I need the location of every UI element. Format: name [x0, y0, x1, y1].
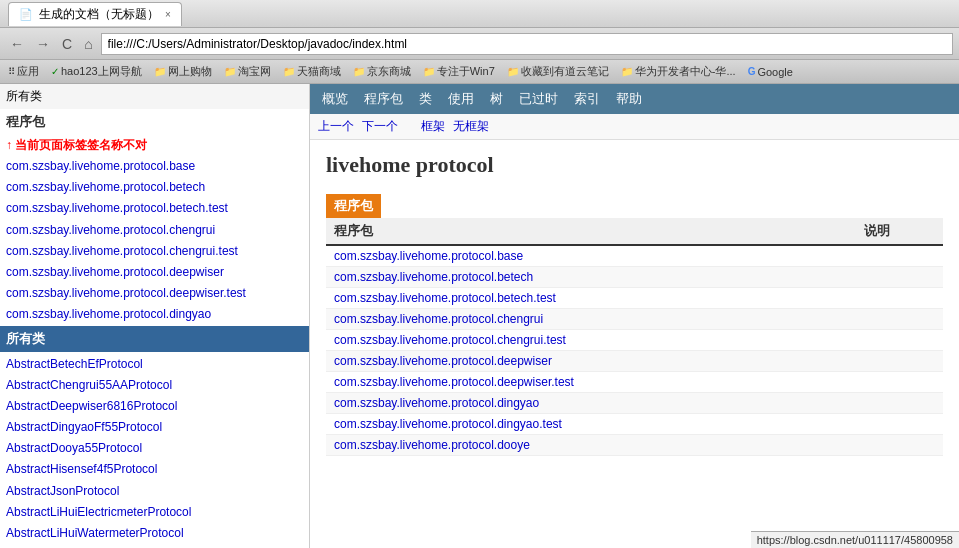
section-header-orange: 程序包 — [326, 194, 381, 218]
bookmark-tianmao[interactable]: 📁 天猫商域 — [279, 62, 345, 81]
sidebar-packages-list: com.szsbay.livehome.protocol.base com.sz… — [0, 156, 309, 326]
bookmark-google[interactable]: G Google — [744, 64, 797, 80]
package-link-3[interactable]: com.szsbay.livehome.protocol.betech.test — [334, 291, 556, 305]
nav-index[interactable]: 索引 — [570, 88, 604, 110]
sidebar-package-link-6[interactable]: com.szsbay.livehome.protocol.deepwiser — [0, 262, 309, 283]
sidebar: 所有类 程序包 ↑ 当前页面标签签名称不对 com.szsbay.livehom… — [0, 84, 310, 548]
sidebar-class-link-5[interactable]: AbstractDooya55Protocol — [0, 438, 309, 459]
sidebar-package-link-1[interactable]: com.szsbay.livehome.protocol.base — [0, 156, 309, 177]
package-link-8[interactable]: com.szsbay.livehome.protocol.dingyao — [334, 396, 539, 410]
sidebar-class-link-4[interactable]: AbstractDingyaoFf55Protocol — [0, 417, 309, 438]
package-desc-9 — [856, 414, 943, 435]
bookmark-apps[interactable]: ⠿ 应用 — [4, 62, 43, 81]
nav-use[interactable]: 使用 — [444, 88, 478, 110]
package-link-6[interactable]: com.szsbay.livehome.protocol.deepwiser — [334, 354, 552, 368]
bookmark-huawei-label: 华为开发者中心-华... — [635, 64, 736, 79]
package-desc-6 — [856, 351, 943, 372]
package-desc-1 — [856, 245, 943, 267]
bookmark-huawei[interactable]: 📁 华为开发者中心-华... — [617, 62, 740, 81]
table-row: com.szsbay.livehome.protocol.chengrui.te… — [326, 330, 943, 351]
package-link-4[interactable]: com.szsbay.livehome.protocol.chengrui — [334, 312, 543, 326]
nav-deprecated[interactable]: 已过时 — [515, 88, 562, 110]
bookmark-tianmao-label: 天猫商域 — [297, 64, 341, 79]
table-row: com.szsbay.livehome.protocol.dooye — [326, 435, 943, 456]
sidebar-class-link-6[interactable]: AbstractHisensef4f5Protocol — [0, 459, 309, 480]
sidebar-package-link-3[interactable]: com.szsbay.livehome.protocol.betech.test — [0, 198, 309, 219]
subnav-next[interactable]: 下一个 — [362, 118, 398, 135]
bookmark-youdao[interactable]: 📁 收藏到有道云笔记 — [503, 62, 613, 81]
sidebar-package-link-7[interactable]: com.szsbay.livehome.protocol.deepwiser.t… — [0, 283, 309, 304]
status-url: https://blog.csdn.net/u011117/45800958 — [757, 534, 953, 546]
active-tab[interactable]: 📄 生成的文档（无标题） × — [8, 2, 182, 26]
sidebar-selected-allclasses[interactable]: 所有类 — [0, 326, 309, 352]
status-bar: https://blog.csdn.net/u011117/45800958 — [751, 531, 959, 548]
package-link-2[interactable]: com.szsbay.livehome.protocol.betech — [334, 270, 533, 284]
error-arrow: ↑ — [6, 138, 15, 152]
package-desc-3 — [856, 288, 943, 309]
subnav-noframes[interactable]: 无框架 — [453, 118, 489, 135]
sidebar-class-link-7[interactable]: AbstractJsonProtocol — [0, 481, 309, 502]
sidebar-top-label: 所有类 — [6, 89, 42, 103]
nav-overview[interactable]: 概览 — [318, 88, 352, 110]
google-icon: G — [748, 66, 756, 77]
tab-icon: 📄 — [19, 8, 33, 21]
sidebar-class-link-9[interactable]: AbstractLiHuiWatermeterProtocol — [0, 523, 309, 544]
subnav-frames[interactable]: 框架 — [421, 118, 445, 135]
package-link-9[interactable]: com.szsbay.livehome.protocol.dingyao.tes… — [334, 417, 562, 431]
table-row: com.szsbay.livehome.protocol.deepwiser — [326, 351, 943, 372]
sidebar-packages-section: 程序包 ↑ 当前页面标签签名称不对 com.szsbay.livehome.pr… — [0, 109, 309, 326]
tab-bar: 📄 生成的文档（无标题） × — [8, 2, 182, 26]
nav-packages[interactable]: 程序包 — [360, 88, 407, 110]
sidebar-class-link-8[interactable]: AbstractLiHuiElectricmeterProtocol — [0, 502, 309, 523]
folder-icon-3: 📁 — [283, 66, 295, 77]
refresh-button[interactable]: C — [58, 34, 76, 54]
package-desc-8 — [856, 393, 943, 414]
javadoc-subnav: 上一个 下一个 框架 无框架 — [310, 114, 959, 140]
bookmark-hao123[interactable]: ✓ hao123上网导航 — [47, 62, 146, 81]
bookmark-shopping[interactable]: 📁 网上购物 — [150, 62, 216, 81]
home-button[interactable]: ⌂ — [80, 34, 96, 54]
subnav-prev[interactable]: 上一个 — [318, 118, 354, 135]
sidebar-all-classes-header: 所有类 — [0, 84, 309, 109]
forward-button[interactable]: → — [32, 34, 54, 54]
address-bar[interactable] — [101, 33, 953, 55]
bookmark-win7[interactable]: 📁 专注于Win7 — [419, 62, 499, 81]
package-link-5[interactable]: com.szsbay.livehome.protocol.chengrui.te… — [334, 333, 566, 347]
bookmark-google-label: Google — [757, 66, 792, 78]
package-desc-7 — [856, 372, 943, 393]
nav-tree[interactable]: 树 — [486, 88, 507, 110]
sidebar-package-link-2[interactable]: com.szsbay.livehome.protocol.betech — [0, 177, 309, 198]
package-desc-5 — [856, 330, 943, 351]
sidebar-class-link-1[interactable]: AbstractBetechEfProtocol — [0, 354, 309, 375]
packages-section: 程序包 程序包 说明 com.szsbay.livehome.protocol.… — [326, 194, 943, 456]
package-desc-10 — [856, 435, 943, 456]
tab-close-button[interactable]: × — [165, 9, 171, 20]
package-link-1[interactable]: com.szsbay.livehome.protocol.base — [334, 249, 523, 263]
folder-icon-2: 📁 — [224, 66, 236, 77]
bookmarks-bar: ⠿ 应用 ✓ hao123上网导航 📁 网上购物 📁 淘宝网 📁 天猫商域 📁 … — [0, 60, 959, 84]
packages-table: 程序包 说明 com.szsbay.livehome.protocol.base… — [326, 218, 943, 456]
bookmark-taobao-label: 淘宝网 — [238, 64, 271, 79]
sidebar-class-link-3[interactable]: AbstractDeepwiser6816Protocol — [0, 396, 309, 417]
package-desc-4 — [856, 309, 943, 330]
sidebar-class-link-10[interactable]: AbstractLocstarAA55Protocol — [0, 544, 309, 548]
sidebar-package-link-4[interactable]: com.szsbay.livehome.protocol.chengrui — [0, 220, 309, 241]
folder-icon-1: 📁 — [154, 66, 166, 77]
nav-help[interactable]: 帮助 — [612, 88, 646, 110]
nav-classes[interactable]: 类 — [415, 88, 436, 110]
back-button[interactable]: ← — [6, 34, 28, 54]
main-title: livehome protocol — [326, 152, 943, 178]
bookmark-youdao-label: 收藏到有道云笔记 — [521, 64, 609, 79]
bookmark-jd-label: 京东商城 — [367, 64, 411, 79]
subnav-separator — [406, 118, 413, 135]
package-link-7[interactable]: com.szsbay.livehome.protocol.deepwiser.t… — [334, 375, 574, 389]
sidebar-classes-list: AbstractBetechEfProtocol AbstractChengru… — [0, 352, 309, 549]
sidebar-class-link-2[interactable]: AbstractChengrui55AAProtocol — [0, 375, 309, 396]
sidebar-packages-title: 程序包 — [0, 109, 309, 135]
col-header-desc: 说明 — [856, 218, 943, 245]
sidebar-package-link-5[interactable]: com.szsbay.livehome.protocol.chengrui.te… — [0, 241, 309, 262]
bookmark-jd[interactable]: 📁 京东商城 — [349, 62, 415, 81]
package-link-10[interactable]: com.szsbay.livehome.protocol.dooye — [334, 438, 530, 452]
bookmark-taobao[interactable]: 📁 淘宝网 — [220, 62, 275, 81]
sidebar-package-link-8[interactable]: com.szsbay.livehome.protocol.dingyao — [0, 304, 309, 325]
